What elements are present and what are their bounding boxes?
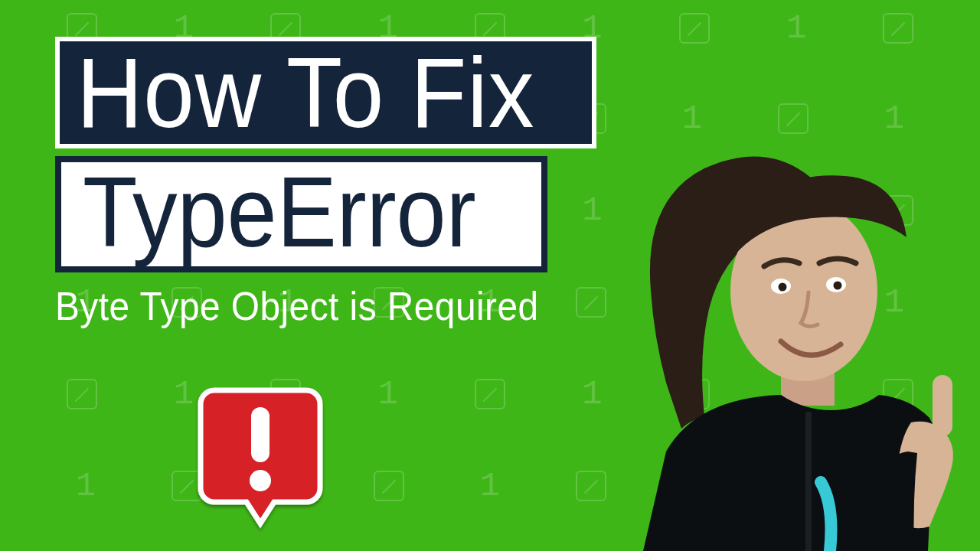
title-card: How To Fix TypeError Byte Type Object is… — [55, 37, 596, 329]
title-line2-box: TypeError — [55, 156, 547, 272]
bg-one-glyph: 1 — [480, 467, 500, 505]
svg-rect-8 — [933, 375, 952, 436]
bg-one-glyph: 1 — [377, 375, 397, 413]
title-line1-text: How To Fix — [77, 43, 535, 142]
bg-zero-icon — [67, 379, 97, 409]
title-line2-text: TypeError — [83, 162, 476, 262]
alert-exclamation-icon — [191, 381, 329, 534]
svg-point-1 — [250, 470, 271, 491]
presenter-image — [551, 122, 980, 551]
svg-point-7 — [834, 282, 842, 290]
bg-zero-icon — [883, 13, 913, 44]
bg-zero-icon — [475, 379, 505, 409]
title-line1-box: How To Fix — [55, 37, 596, 148]
svg-rect-0 — [251, 407, 270, 462]
bg-one-glyph: 1 — [76, 467, 96, 505]
bg-one-glyph: 1 — [786, 9, 806, 47]
bg-zero-icon — [374, 471, 404, 501]
bg-zero-icon — [679, 13, 710, 44]
svg-point-6 — [779, 283, 787, 292]
subtitle-text: Byte Type Object is Required — [55, 283, 553, 329]
